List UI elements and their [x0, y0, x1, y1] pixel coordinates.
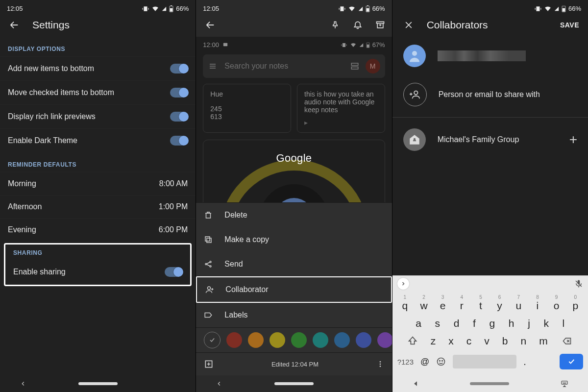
shift-key[interactable] [407, 336, 418, 346]
setting-move-checked[interactable]: Move checked items to bottom [0, 80, 196, 104]
color-swatch[interactable] [226, 332, 242, 348]
svg-rect-23 [563, 8, 565, 11]
sheet-label: Send [224, 260, 243, 269]
toggle-icon[interactable] [165, 267, 182, 277]
keyboard[interactable]: 1q 2w 3e 4r 5t 6y 7u 8i 9o 0p a s d f g … [392, 275, 588, 375]
collaborator-owner-row [392, 37, 588, 75]
key[interactable]: 2w [416, 294, 432, 312]
key[interactable]: a [416, 318, 421, 329]
key[interactable]: 8i [529, 294, 546, 312]
symbols-key[interactable]: ?123 [397, 358, 414, 366]
color-swatch[interactable] [248, 332, 264, 348]
nav-home-pill[interactable] [274, 382, 314, 385]
pin-icon[interactable] [330, 20, 340, 30]
toggle-icon[interactable] [170, 64, 188, 74]
cell-icon [162, 5, 167, 12]
back-icon[interactable] [203, 18, 218, 32]
backspace-key[interactable] [561, 336, 573, 346]
color-swatch[interactable] [377, 332, 392, 348]
nav-home-pill[interactable] [470, 382, 509, 385]
setting-rich-link[interactable]: Display rich link previews [0, 104, 196, 128]
key[interactable]: z [431, 335, 436, 347]
status-icons: 66% [339, 5, 385, 12]
keyboard-hide-icon[interactable] [561, 380, 568, 388]
key[interactable]: 9o [548, 294, 565, 312]
svg-point-28 [442, 361, 443, 362]
sheet-copy[interactable]: Make a copy [196, 227, 392, 252]
page-title: Collaborators [427, 19, 488, 31]
mic-off-icon[interactable] [574, 279, 583, 288]
emoji-key[interactable] [436, 357, 446, 367]
key[interactable]: 1q [396, 294, 413, 312]
color-row [196, 327, 392, 352]
key[interactable]: 6y [491, 294, 508, 312]
reminder-icon[interactable] [353, 20, 363, 30]
color-swatch[interactable] [356, 332, 371, 348]
sheet-collaborator[interactable]: Collaborator [196, 276, 392, 303]
key[interactable]: v [484, 335, 490, 347]
svg-point-27 [440, 361, 441, 362]
toggle-icon[interactable] [170, 88, 188, 98]
setting-enable-sharing[interactable]: Enable sharing [5, 260, 190, 284]
reminder-evening[interactable]: Evening6:00 PM [0, 218, 196, 241]
add-family-icon[interactable]: + [569, 133, 577, 147]
add-collaborator-row[interactable]: Person or email to share with [392, 75, 588, 114]
vibrate-icon [339, 5, 345, 12]
nav-home-pill[interactable] [78, 382, 118, 385]
key[interactable]: f [473, 318, 476, 329]
color-swatch[interactable] [270, 332, 285, 348]
color-swatch[interactable] [334, 332, 350, 348]
key[interactable]: x [448, 335, 454, 347]
enter-key[interactable] [560, 354, 583, 369]
key[interactable]: c [466, 335, 472, 347]
key[interactable]: h [509, 318, 514, 329]
add-box-icon[interactable] [204, 359, 214, 369]
key[interactable]: 7u [510, 294, 527, 312]
color-swatch[interactable] [291, 332, 307, 348]
setting-label: Display rich link previews [8, 112, 96, 121]
sheet-labels[interactable]: Labels [196, 303, 392, 327]
sheet-delete[interactable]: Delete [196, 203, 392, 227]
dot-key[interactable]: . [523, 356, 526, 368]
more-icon[interactable] [376, 360, 384, 368]
key[interactable]: 0p [567, 294, 584, 312]
color-swatch[interactable] [313, 332, 328, 348]
nav-back-icon[interactable] [20, 380, 26, 387]
save-button[interactable]: SAVE [560, 21, 579, 29]
svg-rect-12 [207, 238, 211, 243]
key[interactable]: n [521, 335, 527, 347]
reminder-afternoon[interactable]: Afternoon1:00 PM [0, 195, 196, 218]
sheet-send[interactable]: Send [196, 252, 392, 276]
key[interactable]: j [528, 318, 530, 329]
key[interactable]: 5t [472, 294, 489, 312]
key[interactable]: 4r [453, 294, 470, 312]
setting-dark-theme[interactable]: Enable Dark Theme [0, 128, 196, 152]
back-icon[interactable] [7, 18, 22, 32]
toggle-icon[interactable] [170, 136, 188, 146]
family-group-row[interactable]: Michael's Family Group + [392, 121, 588, 159]
key[interactable]: d [454, 318, 460, 329]
nav-back-icon[interactable] [216, 380, 222, 387]
toggle-icon[interactable] [170, 112, 188, 122]
color-none[interactable] [204, 332, 220, 348]
reminder-label: Morning [8, 179, 36, 188]
archive-icon[interactable] [375, 20, 385, 30]
at-key[interactable]: @ [420, 357, 429, 367]
expand-icon[interactable] [397, 278, 409, 290]
reminder-morning[interactable]: Morning8:00 AM [0, 172, 196, 195]
close-icon[interactable] [401, 18, 416, 32]
space-key[interactable] [453, 355, 516, 368]
key[interactable]: b [502, 335, 508, 347]
sheet-label: Delete [224, 211, 247, 220]
nav-back-icon[interactable] [412, 380, 419, 387]
screen-settings: 12:05 66% Settings DISPLAY OPTIONS Add n… [0, 0, 196, 392]
key[interactable]: k [543, 318, 549, 329]
key[interactable]: m [539, 335, 548, 347]
keyboard-row-3: z x c v b n m [392, 332, 588, 350]
key[interactable]: 3e [435, 294, 451, 312]
setting-add-new-items[interactable]: Add new items to bottom [0, 56, 196, 80]
status-icons: 66% [535, 5, 581, 12]
key[interactable]: g [490, 318, 495, 329]
key[interactable]: s [435, 318, 441, 329]
key[interactable]: l [563, 318, 565, 329]
